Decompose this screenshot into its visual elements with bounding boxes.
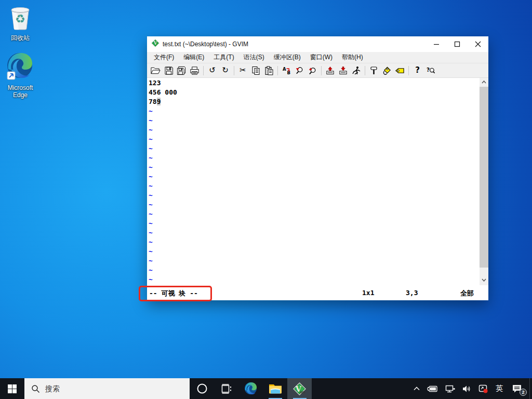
vim-logo-icon: V: [151, 39, 159, 49]
scroll-down-arrow-icon[interactable]: [480, 276, 488, 284]
svg-text:im: im: [299, 389, 305, 394]
toolbar-separator: [408, 66, 409, 75]
show-desktop-button[interactable]: [529, 378, 532, 399]
toolbar-save-button[interactable]: [162, 64, 175, 77]
toolbar-help-button[interactable]: ?: [411, 64, 424, 77]
edge-icon: [244, 382, 258, 395]
toolbar-find-help-button[interactable]: ?: [424, 64, 437, 77]
redo-icon: ↻: [222, 66, 229, 74]
toolbar-separator: [203, 66, 204, 75]
svg-text:?: ?: [427, 66, 430, 72]
menu-bar: 文件(F) 编辑(E) 工具(T) 语法(S) 缓冲区(B) 窗口(W) 帮助(…: [147, 52, 488, 63]
find-prev-icon: [308, 66, 317, 75]
desktop-icon-recycle-bin[interactable]: ♻ 回收站: [1, 4, 40, 42]
selection-size: 1x1: [362, 289, 374, 297]
tilde-line: ~: [149, 107, 488, 116]
tilde-line: ~: [149, 125, 488, 135]
menu-edit[interactable]: 编辑(E): [179, 52, 209, 63]
cortana-button[interactable]: [190, 378, 214, 399]
scrollbar-thumb[interactable]: [480, 87, 488, 268]
taskbar-edge-button[interactable]: [238, 378, 263, 399]
tilde-column: ~~~~~~~~~~~~~~~~~~~: [149, 107, 488, 284]
action-center-button[interactable]: 2: [507, 378, 527, 399]
start-button[interactable]: [0, 378, 24, 399]
toolbar-redo-button[interactable]: ↻: [219, 64, 232, 77]
window-title: test.txt (~\Desktop\test) - GVIM: [163, 41, 426, 48]
toolbar-session-save-button[interactable]: [337, 64, 350, 77]
cut-icon: ✂: [240, 66, 246, 74]
desktop-icon-microsoft-edge[interactable]: Microsoft Edge: [1, 51, 40, 99]
toolbar-cut-button[interactable]: ✂: [236, 64, 249, 77]
window-titlebar[interactable]: V test.txt (~\Desktop\test) - GVIM: [147, 36, 488, 52]
chevron-up-icon: [414, 387, 420, 391]
network-tray-button[interactable]: [442, 378, 459, 399]
toolbar-save-all-button[interactable]: [175, 64, 188, 77]
menu-syntax[interactable]: 语法(S): [239, 52, 269, 63]
svg-text:A: A: [283, 66, 286, 72]
buffer-line: 123: [149, 78, 488, 88]
tilde-line: ~: [149, 163, 488, 172]
toolbar-find-prev-button[interactable]: [306, 64, 319, 77]
notification-badge: 2: [520, 389, 527, 396]
menu-buffers[interactable]: 缓冲区(B): [269, 52, 305, 63]
ime-language-indicator[interactable]: 英: [492, 378, 507, 399]
menu-window[interactable]: 窗口(W): [305, 52, 337, 63]
toolbar-find-next-button[interactable]: [293, 64, 306, 77]
battery-icon: [427, 385, 438, 392]
minimize-button[interactable]: [426, 36, 447, 52]
print-icon: [190, 66, 200, 75]
session-save-icon: [338, 66, 348, 75]
show-hidden-icons-button[interactable]: [410, 378, 423, 399]
buffer-line: 789: [149, 97, 488, 107]
taskbar-gvim-button[interactable]: V im: [287, 378, 312, 399]
find-next-icon: [295, 66, 304, 75]
menu-tools[interactable]: 工具(T): [209, 52, 238, 63]
tilde-line: ~: [149, 275, 488, 284]
toolbar-copy-button[interactable]: [249, 64, 262, 77]
vertical-scrollbar[interactable]: [480, 78, 488, 285]
tilde-line: ~: [149, 209, 488, 219]
ime-label: 英: [496, 384, 503, 393]
search-input[interactable]: [45, 384, 170, 393]
toolbar-session-load-button[interactable]: [324, 64, 337, 77]
desktop-icon-label: Microsoft Edge: [1, 84, 40, 99]
tilde-line: ~: [149, 219, 488, 228]
recycle-bin-icon: ♻: [1, 4, 40, 33]
tilde-line: ~: [149, 153, 488, 163]
copy-icon: [251, 66, 261, 75]
toolbar-find-replace-button[interactable]: AB: [280, 64, 293, 77]
file-explorer-icon: [269, 383, 282, 394]
volume-tray-button[interactable]: [459, 378, 475, 399]
gvim-window: V test.txt (~\Desktop\test) - GVIM 文件(F)…: [147, 36, 488, 300]
menu-file[interactable]: 文件(F): [149, 52, 179, 63]
task-view-button[interactable]: [214, 378, 238, 399]
taskbar: V im: [0, 378, 532, 399]
svg-text:V: V: [153, 41, 157, 46]
screen-capture-tray-button[interactable]: [475, 378, 492, 399]
buffer-line: 456 000: [149, 88, 488, 97]
toolbar-print-button[interactable]: [188, 64, 201, 77]
maximize-button[interactable]: [447, 36, 468, 52]
visual-block-cursor: 9: [157, 98, 161, 105]
toolbar-build-tags-button[interactable]: [380, 64, 393, 77]
tilde-line: ~: [149, 191, 488, 200]
scroll-up-arrow-icon[interactable]: [480, 78, 488, 86]
toolbar-paste-button[interactable]: [262, 64, 275, 77]
toolbar-tag-jump-button[interactable]: [393, 64, 406, 77]
tilde-line: ~: [149, 256, 488, 265]
tilde-line: ~: [149, 265, 488, 275]
taskbar-file-explorer-button[interactable]: [263, 378, 287, 399]
find-help-icon: ?: [425, 66, 435, 75]
close-button[interactable]: [468, 36, 488, 52]
toolbar-run-script-button[interactable]: [350, 64, 363, 77]
toolbar-undo-button[interactable]: ↺: [206, 64, 219, 77]
toolbar-make-button[interactable]: [367, 64, 380, 77]
toolbar-open-button[interactable]: [149, 64, 162, 77]
taskbar-search-box[interactable]: [24, 378, 190, 399]
save-all-icon: [177, 66, 187, 75]
menu-help[interactable]: 帮助(H): [337, 52, 368, 63]
desktop-icon-label: 回收站: [1, 34, 40, 42]
text-area[interactable]: 123 456 000 789 ~~~~~~~~~~~~~~~~~~~: [147, 78, 488, 285]
run-script-icon: [352, 66, 361, 75]
battery-tray-button[interactable]: [423, 378, 442, 399]
